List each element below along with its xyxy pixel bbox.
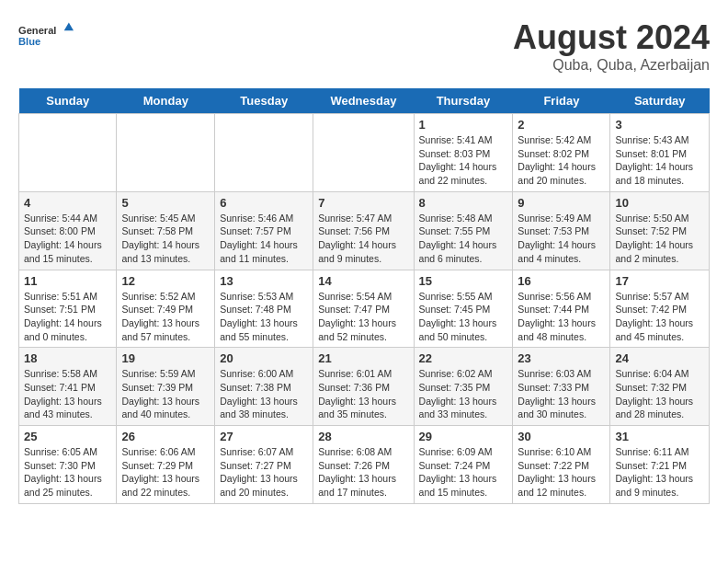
logo: General Blue — [18, 18, 74, 55]
day-info: Sunrise: 5:42 AMSunset: 8:02 PMDaylight:… — [518, 133, 605, 188]
calendar-cell: 25Sunrise: 6:05 AMSunset: 7:30 PMDayligh… — [19, 426, 117, 504]
calendar-body: 1Sunrise: 5:41 AMSunset: 8:03 PMDaylight… — [19, 114, 710, 504]
day-number: 12 — [121, 274, 210, 288]
calendar-cell: 17Sunrise: 5:57 AMSunset: 7:42 PMDayligh… — [610, 270, 710, 348]
calendar-week-row: 18Sunrise: 5:58 AMSunset: 7:41 PMDayligh… — [19, 348, 710, 426]
calendar-cell: 30Sunrise: 6:10 AMSunset: 7:22 PMDayligh… — [513, 426, 610, 504]
weekday-header-tuesday: Tuesday — [215, 88, 313, 114]
calendar-cell: 8Sunrise: 5:48 AMSunset: 7:55 PMDaylight… — [414, 191, 513, 270]
calendar-cell: 14Sunrise: 5:54 AMSunset: 7:47 PMDayligh… — [313, 270, 414, 348]
calendar-cell: 6Sunrise: 5:46 AMSunset: 7:57 PMDaylight… — [215, 191, 313, 270]
calendar-cell: 7Sunrise: 5:47 AMSunset: 7:56 PMDaylight… — [313, 191, 414, 270]
day-number: 9 — [518, 196, 605, 210]
day-info: Sunrise: 6:07 AMSunset: 7:27 PMDaylight:… — [220, 445, 308, 500]
day-info: Sunrise: 5:46 AMSunset: 7:57 PMDaylight:… — [220, 212, 308, 266]
calendar-cell: 16Sunrise: 5:56 AMSunset: 7:44 PMDayligh… — [513, 270, 610, 348]
day-number: 2 — [518, 118, 605, 132]
calendar-cell: 31Sunrise: 6:11 AMSunset: 7:21 PMDayligh… — [610, 426, 710, 504]
day-number: 7 — [318, 196, 408, 210]
day-number: 8 — [419, 196, 508, 210]
weekday-header-saturday: Saturday — [610, 88, 710, 114]
day-number: 1 — [419, 118, 508, 132]
day-number: 22 — [419, 351, 508, 365]
day-info: Sunrise: 5:49 AMSunset: 7:53 PMDaylight:… — [518, 212, 605, 266]
calendar-table: SundayMondayTuesdayWednesdayThursdayFrid… — [18, 88, 710, 504]
day-info: Sunrise: 5:53 AMSunset: 7:48 PMDaylight:… — [220, 290, 308, 344]
day-info: Sunrise: 5:43 AMSunset: 8:01 PMDaylight:… — [615, 133, 704, 188]
calendar-cell: 11Sunrise: 5:51 AMSunset: 7:51 PMDayligh… — [19, 270, 117, 348]
svg-text:General: General — [18, 25, 56, 36]
calendar-cell: 2Sunrise: 5:42 AMSunset: 8:02 PMDaylight… — [513, 114, 610, 192]
calendar-cell: 1Sunrise: 5:41 AMSunset: 8:03 PMDaylight… — [414, 114, 513, 192]
main-title: August 2024 — [513, 18, 710, 57]
day-number: 24 — [615, 351, 704, 365]
day-number: 19 — [121, 351, 210, 365]
header: General Blue August 2024 Quba, Quba, Aze… — [18, 18, 710, 74]
weekday-header-thursday: Thursday — [414, 88, 513, 114]
day-info: Sunrise: 6:11 AMSunset: 7:21 PMDaylight:… — [615, 445, 704, 500]
svg-text:Blue: Blue — [18, 36, 40, 47]
weekday-header-wednesday: Wednesday — [313, 88, 414, 114]
calendar-cell: 20Sunrise: 6:00 AMSunset: 7:38 PMDayligh… — [215, 348, 313, 426]
calendar-cell: 19Sunrise: 5:59 AMSunset: 7:39 PMDayligh… — [117, 348, 215, 426]
day-number: 14 — [318, 274, 408, 288]
calendar-cell: 18Sunrise: 5:58 AMSunset: 7:41 PMDayligh… — [19, 348, 117, 426]
weekday-header-monday: Monday — [117, 88, 215, 114]
day-number: 20 — [220, 351, 308, 365]
calendar-cell: 26Sunrise: 6:06 AMSunset: 7:29 PMDayligh… — [117, 426, 215, 504]
day-info: Sunrise: 6:00 AMSunset: 7:38 PMDaylight:… — [220, 367, 308, 421]
day-info: Sunrise: 6:10 AMSunset: 7:22 PMDaylight:… — [518, 445, 605, 500]
calendar-cell: 3Sunrise: 5:43 AMSunset: 8:01 PMDaylight… — [610, 114, 710, 192]
day-number: 13 — [220, 274, 308, 288]
day-number: 17 — [615, 274, 704, 288]
day-info: Sunrise: 5:41 AMSunset: 8:03 PMDaylight:… — [419, 133, 508, 188]
day-number: 11 — [24, 274, 111, 288]
title-area: August 2024 Quba, Quba, Azerbaijan — [513, 18, 710, 74]
day-info: Sunrise: 6:08 AMSunset: 7:26 PMDaylight:… — [318, 445, 408, 500]
day-info: Sunrise: 5:58 AMSunset: 7:41 PMDaylight:… — [24, 367, 111, 421]
calendar-cell: 22Sunrise: 6:02 AMSunset: 7:35 PMDayligh… — [414, 348, 513, 426]
day-info: Sunrise: 5:51 AMSunset: 7:51 PMDaylight:… — [24, 290, 111, 344]
day-info: Sunrise: 5:48 AMSunset: 7:55 PMDaylight:… — [419, 212, 508, 266]
day-info: Sunrise: 6:02 AMSunset: 7:35 PMDaylight:… — [419, 367, 508, 421]
day-info: Sunrise: 5:44 AMSunset: 8:00 PMDaylight:… — [24, 212, 111, 266]
day-info: Sunrise: 6:03 AMSunset: 7:33 PMDaylight:… — [518, 367, 605, 421]
calendar-cell: 4Sunrise: 5:44 AMSunset: 8:00 PMDaylight… — [19, 191, 117, 270]
day-info: Sunrise: 5:47 AMSunset: 7:56 PMDaylight:… — [318, 212, 408, 266]
day-number: 5 — [121, 196, 210, 210]
weekday-header-sunday: Sunday — [19, 88, 117, 114]
calendar-week-row: 1Sunrise: 5:41 AMSunset: 8:03 PMDaylight… — [19, 114, 710, 192]
calendar-cell: 21Sunrise: 6:01 AMSunset: 7:36 PMDayligh… — [313, 348, 414, 426]
day-info: Sunrise: 6:06 AMSunset: 7:29 PMDaylight:… — [121, 445, 210, 500]
weekday-header-row: SundayMondayTuesdayWednesdayThursdayFrid… — [19, 88, 710, 114]
day-info: Sunrise: 6:01 AMSunset: 7:36 PMDaylight:… — [318, 367, 408, 421]
day-info: Sunrise: 5:52 AMSunset: 7:49 PMDaylight:… — [121, 290, 210, 344]
calendar-cell: 15Sunrise: 5:55 AMSunset: 7:45 PMDayligh… — [414, 270, 513, 348]
day-number: 29 — [419, 430, 508, 443]
calendar-week-row: 25Sunrise: 6:05 AMSunset: 7:30 PMDayligh… — [19, 426, 710, 504]
day-info: Sunrise: 6:05 AMSunset: 7:30 PMDaylight:… — [24, 445, 111, 500]
day-info: Sunrise: 5:59 AMSunset: 7:39 PMDaylight:… — [121, 367, 210, 421]
day-number: 21 — [318, 351, 408, 365]
day-number: 6 — [220, 196, 308, 210]
calendar-cell: 9Sunrise: 5:49 AMSunset: 7:53 PMDaylight… — [513, 191, 610, 270]
svg-marker-1 — [64, 23, 74, 31]
calendar-cell: 5Sunrise: 5:45 AMSunset: 7:58 PMDaylight… — [117, 191, 215, 270]
calendar-week-row: 11Sunrise: 5:51 AMSunset: 7:51 PMDayligh… — [19, 270, 710, 348]
calendar-cell: 29Sunrise: 6:09 AMSunset: 7:24 PMDayligh… — [414, 426, 513, 504]
day-number: 15 — [419, 274, 508, 288]
day-number: 3 — [615, 118, 704, 132]
logo-svg: General Blue — [18, 18, 74, 55]
day-number: 23 — [518, 351, 605, 365]
calendar-cell — [117, 114, 215, 192]
day-number: 27 — [220, 430, 308, 443]
day-number: 26 — [121, 430, 210, 443]
day-info: Sunrise: 5:55 AMSunset: 7:45 PMDaylight:… — [419, 290, 508, 344]
subtitle: Quba, Quba, Azerbaijan — [513, 57, 710, 74]
day-info: Sunrise: 5:54 AMSunset: 7:47 PMDaylight:… — [318, 290, 408, 344]
day-number: 28 — [318, 430, 408, 443]
day-info: Sunrise: 6:04 AMSunset: 7:32 PMDaylight:… — [615, 367, 704, 421]
calendar-cell: 12Sunrise: 5:52 AMSunset: 7:49 PMDayligh… — [117, 270, 215, 348]
calendar-cell: 28Sunrise: 6:08 AMSunset: 7:26 PMDayligh… — [313, 426, 414, 504]
day-number: 18 — [24, 351, 111, 365]
